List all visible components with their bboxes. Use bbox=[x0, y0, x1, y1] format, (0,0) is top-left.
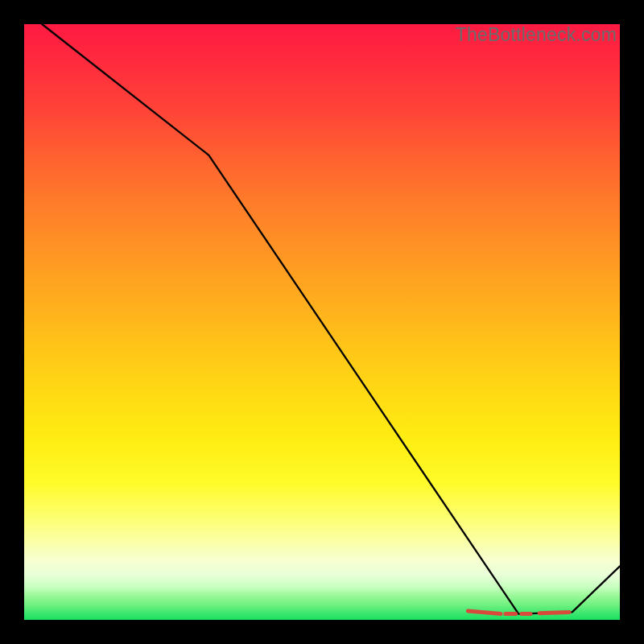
chart-container: TheBottleneck.com bbox=[0, 0, 644, 644]
plot-area: TheBottleneck.com bbox=[24, 24, 620, 620]
valley-marker bbox=[468, 611, 501, 614]
chart-svg bbox=[24, 24, 620, 620]
chart-line bbox=[42, 24, 620, 614]
valley-marker bbox=[539, 612, 569, 613]
